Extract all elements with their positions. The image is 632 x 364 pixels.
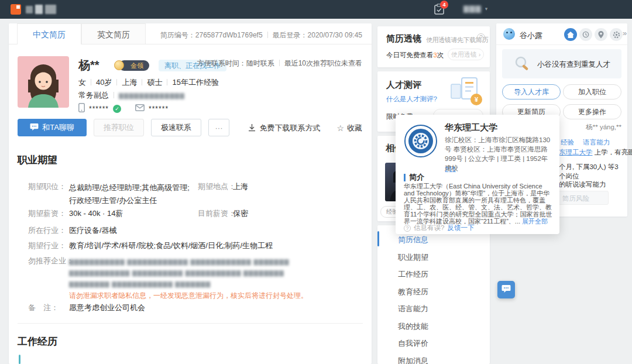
gold-medal-icon [114,60,124,70]
experience-link[interactable]: 经验 [561,139,574,146]
magnifier-icon [514,55,531,75]
nav-item-career-expectation[interactable]: 职业期望 [398,252,428,263]
expect-location-value: 上海 [233,181,248,192]
brand-logo-icon[interactable] [11,4,21,15]
download-contact-link[interactable]: 免费下载联系方式 [248,123,320,133]
quick-contact-button[interactable]: 极速联系 [151,119,201,136]
current-position-line: 常务副总▇▇▇▇▇▇▇▇▇▇▇▇▇ [78,90,185,101]
gear-icon[interactable] [610,28,623,41]
resume-card: 中文简历 英文简历 简历编号：2765877dWb1769ef5最后登录：202… [9,23,372,364]
university-address: 徐汇校区：上海市徐汇区梅陇路130号 奉贤校区：上海市奉贤区海思路999号 | … [445,135,552,173]
last-login: 最后登录：2020/07/30 09:45 [273,31,362,39]
more-operations-button[interactable]: 更多操作 [563,104,621,119]
tag-211[interactable]: 211 [445,166,456,174]
nav-item-additional-info[interactable]: 附加消息 [398,356,428,364]
section-divider [18,323,363,324]
university-link[interactable]: 东理工大学 [559,149,593,156]
contact-line: ****** ✓ ****** [78,103,169,114]
expect-location-label: 期望地点： [198,181,236,192]
resume-risk-box[interactable]: 简历风险 [557,191,609,205]
history-clock-icon[interactable] [579,28,592,41]
assessment-what-link[interactable]: 什么是人才测评? [386,95,437,104]
no-duplicate-text: 小谷没有查到重复人才 [537,60,610,70]
tab-chinese-resume[interactable]: 中文简历 [17,23,81,44]
privacy-warning: 请勿泄漏求职者隐私信息，一经发现恶意泄漏行为，核实后将进行封号处理。 [69,291,308,301]
career-section-title: 职业期望 [18,153,57,167]
resume-meta: 简历编号：2765877dWb1769ef5最后登录：2020/07/30 09… [160,30,362,40]
university-name: 华东理工大学 [445,122,497,133]
help-icon[interactable]: ? [477,33,485,42]
chevron-down-icon: ▾ [485,6,488,12]
nav-item-self-evaluation[interactable]: 自我评价 [398,338,428,349]
resume-risk-text: 简历风险 [562,194,589,203]
brand-wordmark-blurred [35,5,43,14]
chat-bubble-icon [30,123,39,132]
brand-wordmark-blurred [26,6,33,13]
work-section-title: 工作经历 [18,335,57,348]
svg-text:¥: ¥ [475,96,479,103]
favorite-link[interactable]: ☆ 收藏 [336,123,362,133]
assistant-name: 谷小露 [520,30,542,41]
username-blurred: ▇▇▇ [463,5,482,13]
degree: 硕士 [147,78,162,87]
more-actions-button[interactable]: ··· [208,119,229,136]
verified-check-icon: ✓ [113,105,121,113]
user-menu[interactable]: ▇▇▇ ▾ [463,5,487,13]
expand-all-link[interactable]: 展开全部 [522,218,548,225]
nav-item-work-experience[interactable]: 工作经历 [398,269,428,280]
experience-years: 15年工作经验 [172,78,218,87]
nav-item-education[interactable]: 教育经历 [398,287,428,297]
assistant-jobs-line: 个月, 下属30人) 等3个岗位 [559,162,624,181]
assessment-title: 人才测评 [386,80,421,91]
download-label: 免费下载联系方式 [259,123,320,133]
tab-english-resume[interactable]: 英文简历 [81,23,146,44]
city: 上海 [122,78,137,87]
university-logo [404,124,438,160]
language-ability-link[interactable]: 语言能力 [583,139,610,146]
download-icon [248,123,256,133]
favorite-label: 收藏 [347,123,362,133]
lens-title: 简历透镜 [386,33,421,44]
quota-suffix: 次 [437,51,444,59]
chat-button-label: 和TA聊聊 [42,122,74,133]
feedback-link[interactable]: 反馈一下 [447,224,474,232]
position-title: 常务副总 [78,91,109,99]
redacted-line: ▇▇▇▇▇▇▇▇▇▇▇▇ ▇▇▇▇▇▇▇▇▇▇ ▇▇▇▇▇▇▇▇▇▇▇ ▇▇▇▇… [69,267,350,279]
resume-id: 简历编号：2765877dWb1769ef5 [160,31,263,39]
mail-icon [135,104,145,113]
basic-info-line: 女40岁上海硕士15年工作经验 [78,77,219,88]
assistant-tag-links: 经验 语言能力 [561,138,610,147]
nav-item-language[interactable]: 语言能力 [398,304,428,314]
popup-feedback-row: ? 信息有误? 反馈一下 [404,224,474,232]
note-value: 愿意考虑创业公司机会 [69,303,145,313]
use-lens-button[interactable]: 使用透镜 › [448,49,484,60]
no-recommend-blurred-block: ▇▇▇▇▇▇▇▇▇▇▇ ▇▇▇▇▇▇▇▇▇▇▇▇ ▇▇▇▇▇▇▇▇▇▇▇▇ ▇▇… [69,256,350,290]
candidate-name: 杨** [78,57,99,73]
star-icon: ☆ [336,123,344,133]
collapse-chevrons-icon[interactable]: » [623,29,627,37]
redacted-line: ▇▇▇▇▇▇▇▇ ▇▇▇▇▇▇▇▇▇▇▇▇ ▇▇▇▇▇▇▇ [69,279,350,290]
active-nav-indicator [377,231,379,246]
recommend-job-button[interactable]: 推荐职位 [94,119,144,136]
avatar [18,56,69,108]
note-label: 备 注： [28,303,59,313]
chat-button[interactable]: 和TA聊聊 [18,119,87,136]
industry-value: 医疗设备/器械 [69,225,117,236]
location-pin-icon[interactable] [595,28,607,41]
gender: 女 [78,78,86,87]
contact-time-text: 方便联系时间：随时联系 [197,59,274,67]
expect-position-label: 期望职位： [28,181,66,192]
nav-item-resume-info[interactable]: 简历信息 [398,235,428,245]
floating-chat-button[interactable] [497,281,515,298]
anchor-nav-card: 简历信息 职业期望 工作经历 教育经历 语言能力 我的技能 自我评价 附加消息 [377,225,490,364]
university-popup: 华东理工大学 徐汇校区：上海市徐汇区梅陇路130号 奉贤校区：上海市奉贤区海思路… [396,115,559,234]
import-talent-button[interactable]: 导入人才库 [502,84,561,99]
nav-item-skills[interactable]: 我的技能 [398,321,428,332]
contact-availability: 方便联系时间：随时联系最近10次推荐职位未查看 [197,59,362,68]
intro-section-header: 简介 [404,172,424,183]
home-icon[interactable] [564,28,577,41]
company-name-blurred: ▇▇▇▇▇▇▇▇▇▇▇▇▇ [119,92,185,99]
assessment-illustration: ¥ [449,76,485,109]
no-recommend-label: 勿推荐企业： [28,256,74,266]
add-to-job-button[interactable]: 加入职位 [563,84,621,99]
